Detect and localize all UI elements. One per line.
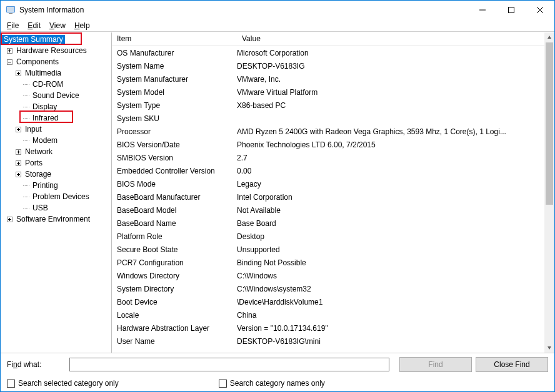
tree-connector <box>23 118 29 119</box>
list-row[interactable]: System ManufacturerVMware, Inc. <box>112 72 544 86</box>
tree-usb[interactable]: USB <box>31 203 50 212</box>
list-row[interactable]: Embedded Controller Version0.00 <box>112 164 544 177</box>
row-value: Desktop <box>237 232 544 241</box>
expand-icon[interactable] <box>14 170 22 178</box>
svg-rect-2 <box>9 13 12 14</box>
search-selected-checkbox[interactable]: Search selected category only <box>7 379 119 388</box>
expand-icon[interactable] <box>6 47 13 54</box>
list-row[interactable]: User NameDESKTOP-V6183IG\mini <box>112 335 544 348</box>
svg-rect-4 <box>509 7 514 13</box>
list-row[interactable]: PCR7 ConfigurationBinding Not Possible <box>112 256 544 269</box>
list-row[interactable]: System NameDESKTOP-V6183IG <box>112 59 544 72</box>
tree-ports[interactable]: Ports <box>23 159 44 167</box>
row-item: Embedded Controller Version <box>112 167 237 175</box>
list-row[interactable]: BaseBoard ManufacturerIntel Corporation <box>112 190 544 203</box>
menu-view[interactable]: View <box>49 21 66 30</box>
row-item: Platform Role <box>112 232 237 241</box>
list-row[interactable]: Secure Boot StateUnsupported <box>112 243 544 256</box>
list-row[interactable]: Boot Device\Device\HarddiskVolume1 <box>112 295 544 308</box>
expand-icon[interactable] <box>14 125 22 133</box>
list-row[interactable]: System ModelVMware Virtual Platform <box>112 86 544 99</box>
tree-sound-device[interactable]: Sound Device <box>31 91 81 100</box>
collapse-icon[interactable] <box>6 58 13 66</box>
vertical-scrollbar[interactable] <box>544 32 554 353</box>
row-item: BaseBoard Name <box>112 219 237 228</box>
menu-help[interactable]: Help <box>74 21 90 30</box>
row-item: BaseBoard Model <box>112 206 237 215</box>
scroll-up-icon[interactable] <box>544 32 554 42</box>
category-tree[interactable]: System Summary Hardware Resources Compon… <box>1 32 112 353</box>
row-item: System Directory <box>112 285 237 293</box>
close-button[interactable] <box>526 1 554 19</box>
list-row[interactable]: System DirectoryC:\Windows\system32 <box>112 282 544 295</box>
tree-infrared[interactable]: Infrared <box>31 114 60 122</box>
tree-problem-devices[interactable]: Problem Devices <box>31 192 91 201</box>
tree-cdrom[interactable]: CD-ROM <box>31 80 65 89</box>
list-row[interactable]: BIOS ModeLegacy <box>112 177 544 190</box>
tree-printing[interactable]: Printing <box>31 181 60 190</box>
expand-icon[interactable] <box>14 159 22 167</box>
list-row[interactable]: System SKU <box>112 112 544 125</box>
row-value: \Device\HarddiskVolume1 <box>237 298 544 306</box>
find-button[interactable]: Find <box>399 357 472 372</box>
search-names-checkbox[interactable]: Search category names only <box>219 379 325 388</box>
row-value: Version = "10.0.17134.619" <box>237 324 544 333</box>
row-value: C:\Windows\system32 <box>237 285 544 293</box>
list-row[interactable]: BaseBoard NameBase Board <box>112 217 544 230</box>
tree-network[interactable]: Network <box>23 147 54 156</box>
row-value: 0.00 <box>237 167 544 175</box>
row-value: Legacy <box>237 180 544 189</box>
tree-display[interactable]: Display <box>31 102 59 111</box>
close-find-button[interactable]: Close Find <box>476 357 548 372</box>
tree-multimedia[interactable]: Multimedia <box>23 69 63 77</box>
tree-software-environment[interactable]: Software Environment <box>14 215 92 223</box>
app-icon <box>6 5 16 15</box>
scroll-down-icon[interactable] <box>544 343 554 353</box>
row-item: User Name <box>112 337 237 346</box>
expand-icon[interactable] <box>14 148 22 155</box>
svg-marker-30 <box>548 36 551 39</box>
tree-input[interactable]: Input <box>23 125 44 134</box>
header-value[interactable]: Value <box>237 32 266 46</box>
row-item: PCR7 Configuration <box>112 258 237 267</box>
list-row[interactable]: Platform RoleDesktop <box>112 230 544 243</box>
list-row[interactable]: ProcessorAMD Ryzen 5 2400G with Radeon V… <box>112 125 544 138</box>
row-value: DESKTOP-V6183IG\mini <box>237 337 544 346</box>
row-value: C:\Windows <box>237 272 544 280</box>
list-row[interactable]: BIOS Version/DatePhoenix Technologies LT… <box>112 138 544 151</box>
row-value: Phoenix Technologies LTD 6.00, 7/2/2015 <box>237 140 544 149</box>
minimize-button[interactable] <box>468 1 497 19</box>
menu-edit[interactable]: Edit <box>28 21 41 30</box>
row-item: System SKU <box>112 114 237 123</box>
expand-icon[interactable] <box>6 215 13 223</box>
list-row[interactable]: Hardware Abstraction LayerVersion = "10.… <box>112 321 544 335</box>
tree-connector <box>23 107 29 107</box>
list-row[interactable]: System TypeX86-based PC <box>112 99 544 112</box>
menu-file[interactable]: File <box>7 21 19 30</box>
row-item: Boot Device <box>112 298 237 306</box>
header-item[interactable]: Item <box>112 32 237 46</box>
tree-modem[interactable]: Modem <box>31 136 59 145</box>
list-row[interactable]: SMBIOS Version2.7 <box>112 151 544 164</box>
tree-system-summary[interactable]: System Summary <box>2 35 65 44</box>
details-list[interactable]: Item Value OS ManufacturerMicrosoft Corp… <box>112 32 554 353</box>
list-row[interactable]: OS ManufacturerMicrosoft Corporation <box>112 46 544 59</box>
svg-marker-31 <box>548 346 551 350</box>
maximize-button[interactable] <box>497 1 526 19</box>
list-row[interactable]: LocaleChina <box>112 308 544 321</box>
expand-icon[interactable] <box>14 69 22 77</box>
scroll-thumb[interactable] <box>546 42 553 205</box>
tree-connector <box>23 96 29 96</box>
tree-hardware-resources[interactable]: Hardware Resources <box>14 46 89 55</box>
row-item: System Manufacturer <box>112 75 237 84</box>
tree-storage[interactable]: Storage <box>23 170 53 179</box>
row-item: BIOS Version/Date <box>112 140 237 149</box>
tree-components[interactable]: Components <box>14 57 61 66</box>
find-input[interactable] <box>69 358 389 371</box>
checkbox-icon <box>7 380 15 388</box>
row-item: System Type <box>112 101 237 110</box>
list-row[interactable]: BaseBoard ModelNot Available <box>112 203 544 217</box>
row-value: X86-based PC <box>237 101 544 110</box>
list-row[interactable]: Windows DirectoryC:\Windows <box>112 269 544 282</box>
row-item: System Name <box>112 62 237 71</box>
